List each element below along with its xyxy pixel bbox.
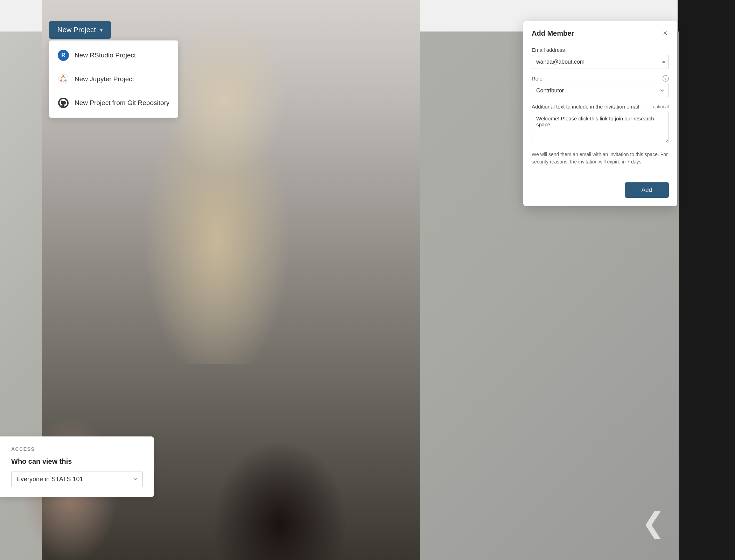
- email-label: Email address: [532, 47, 669, 53]
- modal-footer: Add: [523, 182, 677, 206]
- dropdown-item-rstudio-label: New RStudio Project: [75, 51, 136, 59]
- access-subtitle: Who can view this: [11, 457, 143, 465]
- dropdown-item-jupyter-label: New Jupyter Project: [75, 75, 134, 83]
- additional-text-textarea[interactable]: Welcome! Please click this link to join …: [532, 112, 669, 143]
- new-project-button[interactable]: New Project ▾: [49, 21, 111, 39]
- add-button[interactable]: Add: [625, 182, 669, 198]
- role-label: Role: [532, 76, 542, 82]
- access-section-label: ACCESS: [11, 446, 143, 452]
- github-icon: [58, 98, 69, 108]
- role-group: Role i Contributor Viewer Editor Admin: [532, 75, 669, 97]
- role-label-row: Role i: [532, 75, 669, 82]
- dropdown-item-git[interactable]: New Project from Git Repository: [49, 91, 178, 115]
- additional-text-label-row: Additional text to include in the invita…: [532, 104, 669, 110]
- modal-header: Add Member ×: [523, 21, 677, 44]
- access-select[interactable]: Everyone in STATS 101 Only collaborators…: [11, 471, 143, 487]
- chevron-down-icon: ▾: [100, 27, 103, 33]
- access-panel: ACCESS Who can view this Everyone in STA…: [0, 436, 154, 497]
- email-input[interactable]: [532, 55, 669, 69]
- jupyter-icon: [58, 74, 69, 85]
- dropdown-menu: R New RStudio Project: [49, 40, 178, 118]
- github-icon-wrapper: [58, 97, 69, 108]
- invitation-note: We will send them an email with an invit…: [532, 151, 669, 166]
- access-select-wrapper: Everyone in STATS 101 Only collaborators…: [11, 471, 143, 487]
- new-project-label: New Project: [57, 26, 96, 34]
- optional-badge: optional: [653, 104, 669, 109]
- dropdown-item-jupyter[interactable]: New Jupyter Project: [49, 67, 178, 91]
- top-border-line: [678, 0, 679, 31]
- eye-icon: ●: [662, 59, 665, 65]
- rstudio-icon-wrapper: R: [58, 50, 69, 61]
- additional-text-label: Additional text to include in the invita…: [532, 104, 639, 110]
- email-group: Email address ●: [532, 47, 669, 69]
- email-input-wrapper: ●: [532, 55, 669, 69]
- role-select[interactable]: Contributor Viewer Editor Admin: [532, 84, 669, 97]
- posit-logo: ❮: [642, 506, 665, 539]
- modal-title: Add Member: [532, 29, 574, 37]
- modal-close-button[interactable]: ×: [662, 28, 669, 38]
- r-icon: R: [58, 50, 69, 61]
- dropdown-item-git-label: New Project from Git Repository: [75, 99, 169, 107]
- add-member-modal: Add Member × Email address ● Role i Cont…: [523, 21, 677, 206]
- new-project-dropdown: New Project ▾ R New RStudio Project: [49, 21, 178, 118]
- role-info-icon[interactable]: i: [663, 75, 669, 82]
- right-dark-bar: [679, 0, 735, 560]
- additional-text-group: Additional text to include in the invita…: [532, 104, 669, 145]
- modal-body: Email address ● Role i Contributor Viewe…: [523, 44, 677, 182]
- jupyter-icon-wrapper: [58, 74, 69, 85]
- dropdown-item-rstudio[interactable]: R New RStudio Project: [49, 43, 178, 67]
